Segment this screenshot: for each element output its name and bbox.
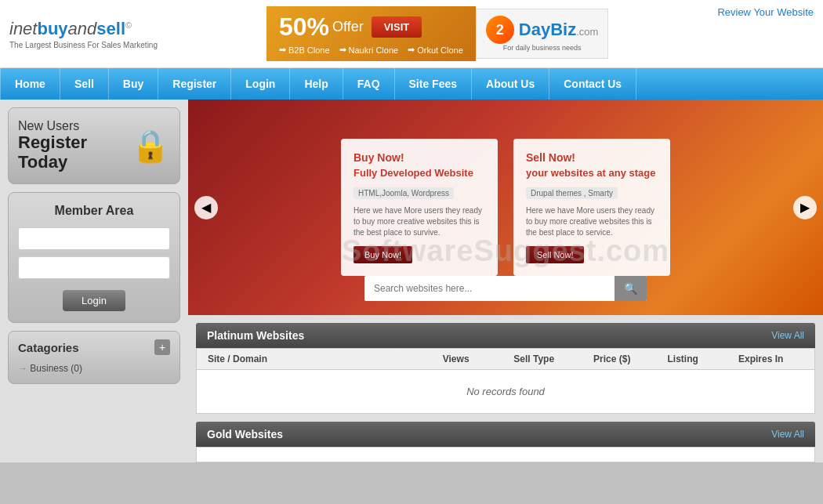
logo-buy: buy bbox=[37, 19, 67, 38]
platinum-view-all[interactable]: View All bbox=[771, 330, 804, 341]
platinum-header: Platinum Websites View All bbox=[196, 323, 815, 348]
slider-inner: Buy Now! Fully Developed Website HTML,Jo… bbox=[325, 123, 686, 292]
logo-sell: sell bbox=[96, 19, 125, 38]
platinum-empty-msg: No records found bbox=[197, 370, 814, 413]
col-site: Site / Domain bbox=[208, 354, 420, 364]
nav-contact-us[interactable]: Contact Us bbox=[549, 68, 636, 100]
tables-section: Platinum Websites View All Site / Domain… bbox=[188, 315, 823, 462]
col-listing: Listing bbox=[647, 354, 718, 364]
card2-title: Sell Now! bbox=[526, 151, 658, 164]
categories-list: Business (0) bbox=[18, 361, 170, 375]
gold-section: Gold Websites View All bbox=[196, 422, 815, 462]
logo-inet: inet bbox=[9, 19, 37, 38]
card2-btn[interactable]: Sell Now! bbox=[526, 246, 584, 263]
new-users-label: New Users bbox=[18, 119, 131, 133]
banner-offer-text: Offer bbox=[332, 19, 364, 35]
card1-btn[interactable]: Buy Now! bbox=[353, 246, 412, 263]
main-nav: Home Sell Buy Register Login Help FAQ Si… bbox=[0, 68, 823, 100]
sidebar: New Users Register Today 🔒 Member Area L… bbox=[0, 100, 188, 462]
nav-help[interactable]: Help bbox=[290, 68, 343, 100]
banner-offer: 50% Offer VISIT ➡ B2B Clone ➡ Naukri Clo… bbox=[266, 6, 476, 61]
platinum-section: Platinum Websites View All Site / Domain… bbox=[196, 323, 815, 414]
nav-about-us[interactable]: About Us bbox=[472, 68, 549, 100]
lock-icon: 🔒 bbox=[131, 128, 170, 165]
categories-header: Catagories + bbox=[18, 339, 170, 355]
logo-and: and bbox=[68, 19, 97, 38]
nav-register[interactable]: Register bbox=[158, 68, 231, 100]
logo-tagline: The Largest Business For Sales Marketing bbox=[9, 41, 158, 49]
card1-title: Buy Now! bbox=[353, 151, 485, 164]
gold-header: Gold Websites View All bbox=[196, 422, 815, 447]
clone-b2b: ➡ B2B Clone bbox=[279, 45, 330, 55]
gold-title: Gold Websites bbox=[207, 428, 283, 441]
gold-table-content bbox=[196, 447, 815, 462]
today-label: Today bbox=[18, 152, 131, 172]
slider: ◀ Buy Now! Fully Developed Website HTML,… bbox=[188, 100, 823, 315]
slide-card-sell: Sell Now! your websites at any stage Dru… bbox=[513, 139, 670, 276]
daybiz-logo-row: 2 DayBiz.com bbox=[486, 16, 599, 44]
platinum-title: Platinum Websites bbox=[207, 329, 304, 342]
col-sell-type: Sell Type bbox=[491, 354, 577, 364]
banner-percent: 50% bbox=[279, 13, 329, 42]
slider-search-button[interactable]: 🔍 bbox=[615, 276, 647, 301]
top-bar: inetbuyandsell© The Largest Business For… bbox=[0, 0, 823, 68]
nav-faq[interactable]: FAQ bbox=[343, 68, 395, 100]
register-text: New Users Register Today bbox=[18, 119, 131, 172]
clone-orkut: ➡ Orkut Clone bbox=[408, 45, 463, 55]
main-layout: New Users Register Today 🔒 Member Area L… bbox=[0, 100, 823, 462]
card1-tag: HTML,Joomla, Wordpress bbox=[353, 187, 454, 199]
slider-search: 🔍 bbox=[364, 276, 647, 301]
nav-home[interactable]: Home bbox=[0, 68, 60, 100]
banner-area: 50% Offer VISIT ➡ B2B Clone ➡ Naukri Clo… bbox=[266, 6, 608, 61]
platinum-table-content: Site / Domain Views Sell Type Price ($) … bbox=[196, 348, 815, 414]
banner-clones: ➡ B2B Clone ➡ Naukri Clone ➡ Orkut Clone bbox=[279, 45, 463, 55]
clone-naukri: ➡ Naukri Clone bbox=[339, 45, 399, 55]
nav-buy[interactable]: Buy bbox=[109, 68, 158, 100]
member-area-title: Member Area bbox=[18, 204, 170, 218]
gold-view-all[interactable]: View All bbox=[771, 429, 804, 440]
username-input[interactable] bbox=[18, 227, 170, 250]
login-button[interactable]: Login bbox=[63, 290, 125, 311]
slider-search-input[interactable] bbox=[364, 277, 615, 300]
platinum-columns: Site / Domain Views Sell Type Price ($) … bbox=[197, 349, 814, 370]
content-area: ◀ Buy Now! Fully Developed Website HTML,… bbox=[188, 100, 823, 462]
category-item[interactable]: Business (0) bbox=[18, 361, 170, 375]
card1-body: Here we have More users they ready to bu… bbox=[353, 205, 485, 238]
daybiz-name: DayBiz bbox=[519, 20, 576, 39]
card1-subtitle: Fully Developed Website bbox=[353, 167, 485, 179]
card2-tag: Drupal themes , Smarty bbox=[526, 187, 618, 199]
slider-next-button[interactable]: ▶ bbox=[793, 196, 817, 219]
logo-area: inetbuyandsell© The Largest Business For… bbox=[9, 19, 158, 49]
col-expires: Expires In bbox=[718, 354, 803, 364]
daybiz-logo: 2 DayBiz.com For daily business needs bbox=[476, 9, 609, 59]
card2-subtitle: your websites at any stage bbox=[526, 167, 658, 179]
logo-text: inetbuyandsell© bbox=[9, 19, 158, 39]
categories-add-button[interactable]: + bbox=[154, 339, 170, 355]
register-label: Register bbox=[18, 133, 131, 152]
password-input[interactable] bbox=[18, 256, 170, 279]
daybiz-circle: 2 bbox=[486, 16, 514, 44]
nav-login[interactable]: Login bbox=[231, 68, 290, 100]
offer-row: 50% Offer VISIT bbox=[279, 13, 422, 42]
review-website-link[interactable]: Review Your Website bbox=[717, 6, 814, 18]
categories-title: Catagories bbox=[18, 341, 79, 354]
slider-prev-button[interactable]: ◀ bbox=[194, 196, 218, 219]
daybiz-sub: For daily business needs bbox=[503, 44, 582, 52]
col-price: Price ($) bbox=[576, 354, 647, 364]
daybiz-dot: .com bbox=[576, 26, 598, 38]
col-views: Views bbox=[420, 354, 491, 364]
slide-card-buy: Buy Now! Fully Developed Website HTML,Jo… bbox=[341, 139, 498, 276]
visit-button[interactable]: VISIT bbox=[372, 16, 422, 38]
nav-sell[interactable]: Sell bbox=[60, 68, 109, 100]
logo-tm: © bbox=[125, 20, 132, 29]
categories: Catagories + Business (0) bbox=[8, 331, 180, 384]
card2-body: Here we have More users they ready to bu… bbox=[526, 205, 658, 238]
register-box: New Users Register Today 🔒 bbox=[8, 107, 180, 184]
member-area: Member Area Login bbox=[8, 192, 180, 323]
nav-site-fees[interactable]: Site Fees bbox=[395, 68, 472, 100]
